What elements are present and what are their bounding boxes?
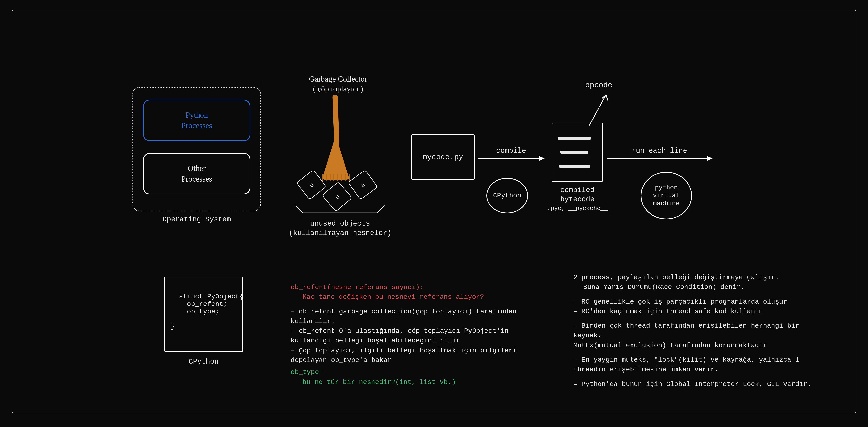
refcnt-heading: ob_refcnt(nesne referans sayacı): bbox=[291, 283, 538, 292]
rc-line3: – RC'den kaçınmak için thread safe kod k… bbox=[574, 307, 831, 316]
pvm-circle-label: python virtual machine bbox=[653, 184, 680, 207]
pvm-circle: python virtual machine bbox=[641, 172, 692, 219]
gc-caption-line1: unused objects bbox=[285, 219, 396, 229]
bytecode-line-icon bbox=[558, 136, 591, 140]
unused-object-2: u bbox=[322, 182, 352, 212]
gc-caption: unused objects (kullanılmayan nesneler) bbox=[285, 219, 396, 238]
bytecode-caption-1: compiled bbox=[544, 186, 611, 195]
rc-line1b: Buna Yarış Durumu(Race Condition) denir. bbox=[574, 282, 831, 292]
struct-caption: CPython bbox=[164, 358, 243, 366]
obtype-heading: ob_type: bbox=[291, 367, 538, 377]
bytecode-sub: .pyc, __pycache__ bbox=[544, 205, 611, 212]
struct-pyobject-code: struct PyObject{ ob_refcnt; ob_type; } bbox=[171, 293, 243, 330]
refcnt-column: ob_refcnt(nesne referans sayacı): Kaç ta… bbox=[291, 283, 538, 387]
bytecode-caption: compiled bytecode bbox=[544, 186, 611, 204]
arrow-run: run each line bbox=[607, 158, 712, 159]
rc-line1: 2 process, paylaşılan belleği değiştirme… bbox=[574, 273, 831, 282]
rc-line4b: MutEx(mutual exclusion) tarafından korun… bbox=[574, 341, 831, 350]
bytecode-line-icon bbox=[560, 151, 588, 154]
os-caption: Operating System bbox=[132, 216, 261, 224]
refcnt-heading-q: Kaç tane değişken bu nesneyi referans al… bbox=[291, 292, 538, 302]
bytecode-file bbox=[552, 123, 603, 182]
gc-title: Garbage Collector ( çöp toplayıcı ) bbox=[301, 74, 376, 94]
gc-title-line2: ( çöp toplayıcı ) bbox=[301, 84, 376, 94]
other-processes-box: Other Processes bbox=[143, 153, 250, 194]
rc-line4: – Birden çok thread tarafından erişilebi… bbox=[574, 321, 831, 341]
refcnt-p3: – Çöp toplayıcı, ilgili belleği boşaltma… bbox=[291, 346, 538, 365]
struct-pyobject-box: struct PyObject{ ob_refcnt; ob_type; } bbox=[164, 276, 243, 352]
refcnt-p2: – ob_refcnt 0'a ulaştığında, çöp toplayı… bbox=[291, 326, 538, 346]
refcnt-p1: – ob_refcnt garbage collection(çöp topla… bbox=[291, 307, 538, 326]
mycode-file: mycode.py bbox=[411, 134, 474, 180]
unused-object-1: u bbox=[296, 169, 327, 200]
cpython-circle-label: CPython bbox=[493, 192, 521, 200]
bytecode-line-icon bbox=[559, 165, 590, 168]
opcode-label: opcode bbox=[585, 81, 612, 90]
bytecode-caption-2: bytecode bbox=[544, 195, 611, 204]
arrow-compile: compile bbox=[478, 158, 544, 159]
mycode-label: mycode.py bbox=[423, 153, 463, 161]
python-processes-box: Python Processes bbox=[143, 100, 250, 141]
rc-line5: – En yaygın muteks, "lock"(kilit) ve kay… bbox=[574, 355, 831, 375]
race-condition-column: 2 process, paylaşılan belleği değiştirme… bbox=[574, 273, 831, 389]
python-processes-label: Python Processes bbox=[181, 110, 212, 131]
arrow-run-label: run each line bbox=[607, 147, 712, 155]
os-group: Python Processes Other Processes bbox=[132, 87, 261, 211]
gc-title-line1: Garbage Collector bbox=[301, 74, 376, 84]
cpython-circle: CPython bbox=[486, 178, 528, 214]
rc-line6: – Python'da bunun için Global Interprete… bbox=[574, 380, 831, 389]
other-processes-label: Other Processes bbox=[181, 163, 212, 184]
obtype-heading-q: bu ne tür bir nesnedir?(int, list vb.) bbox=[291, 377, 538, 387]
unused-object-3: u bbox=[348, 169, 378, 200]
rc-line2: – RC genellikle çok iş parçacıklı progra… bbox=[574, 297, 831, 307]
arrow-compile-label: compile bbox=[478, 147, 544, 155]
gc-caption-line2: (kullanılmayan nesneler) bbox=[285, 229, 396, 238]
opcode-arrow-icon bbox=[587, 91, 611, 127]
